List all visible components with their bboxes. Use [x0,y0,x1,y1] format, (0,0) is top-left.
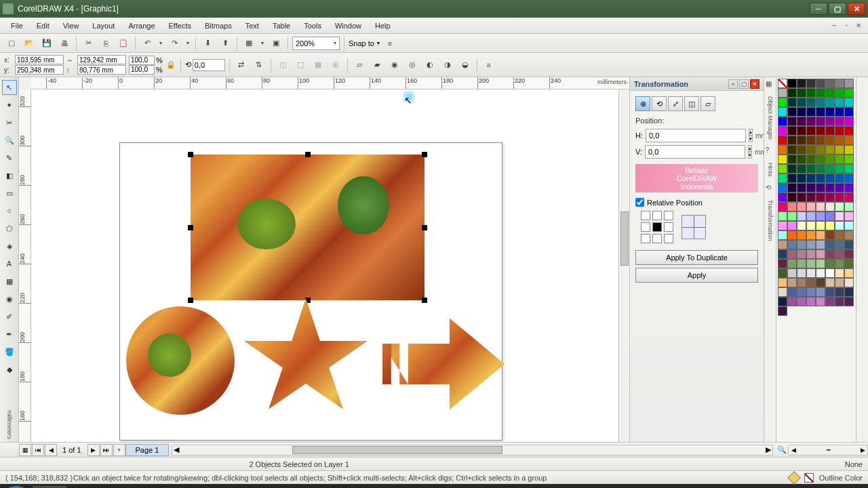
color-swatch[interactable] [778,88,787,98]
scale-y[interactable] [129,65,155,75]
color-swatch[interactable] [806,230,816,240]
color-swatch[interactable] [835,268,844,278]
zoom-tool-icon[interactable]: 🔍 [2,133,17,148]
color-swatch[interactable] [778,174,787,183]
color-swatch[interactable] [806,164,816,174]
color-swatch[interactable] [825,221,835,230]
color-swatch[interactable] [816,88,825,98]
color-swatch[interactable] [778,98,787,107]
color-swatch[interactable] [806,174,816,183]
save-icon[interactable]: 💾 [39,36,54,51]
color-swatch[interactable] [797,117,806,126]
color-swatch[interactable] [787,278,797,287]
palette-scrollbar[interactable] [856,77,868,442]
apply-duplicate-button[interactable]: Apply To Duplicate [635,250,758,265]
color-swatch[interactable] [825,145,835,155]
hints-icon[interactable]: ? [766,146,775,156]
color-swatch[interactable] [844,192,854,202]
color-swatch[interactable] [835,145,844,155]
rotation-angle[interactable] [193,59,225,71]
color-swatch[interactable] [778,287,787,297]
color-swatch[interactable] [835,287,844,297]
color-swatch[interactable] [806,126,816,136]
selection-handle[interactable] [305,152,311,157]
selection-handle[interactable] [422,225,427,230]
color-swatch[interactable] [778,240,787,249]
docker-close-icon[interactable]: ✕ [750,79,760,89]
pos-x[interactable]: 103,595 mm [15,55,64,64]
import-icon[interactable]: ⬇ [200,36,215,51]
snap-dropdown-icon[interactable]: ▾ [377,40,380,46]
open-icon[interactable]: 📂 [22,36,37,51]
color-swatch[interactable] [835,88,844,98]
color-swatch[interactable] [844,126,854,136]
color-swatch[interactable] [806,79,816,88]
color-swatch[interactable] [797,174,806,183]
menu-edit[interactable]: Edit [30,20,56,32]
eyedropper-icon[interactable]: ✐ [2,309,17,324]
color-swatch[interactable] [844,211,854,221]
color-swatch[interactable] [787,230,797,240]
mdi-restore-icon[interactable]: ▫ [841,21,852,30]
color-swatch[interactable] [835,107,844,117]
color-swatch[interactable] [787,211,797,221]
transformation-icon[interactable]: ⟲ [766,184,775,193]
position-h-input[interactable] [646,129,746,142]
front-minus-icon[interactable]: ◒ [458,58,473,73]
copy-icon[interactable]: ⎘ [98,36,113,51]
color-swatch[interactable] [797,107,806,117]
color-swatch[interactable] [816,136,825,145]
welcome-icon[interactable]: ▣ [269,36,283,51]
rectangle-tool-icon[interactable]: ▭ [2,186,17,201]
color-swatch[interactable] [816,230,825,240]
position-v-input[interactable] [645,145,745,159]
size-h[interactable]: 80,776 mm [77,65,126,75]
interactive-fill-icon[interactable]: ◆ [2,362,17,377]
color-swatch[interactable] [797,145,806,155]
color-swatch[interactable] [778,183,787,192]
color-swatch[interactable] [835,230,844,240]
color-swatch[interactable] [825,287,835,297]
color-swatch[interactable] [816,278,825,287]
break-icon[interactable]: ⊞ [328,58,343,73]
undo-dropdown-icon[interactable]: ▾ [157,36,164,51]
color-swatch[interactable] [787,268,797,278]
scale-tab-icon[interactable]: ⤢ [668,96,683,111]
snap-to-label[interactable]: Snap to [349,39,374,47]
tab-hints[interactable]: Hints [767,160,774,180]
close-button[interactable]: ✕ [848,3,865,15]
color-swatch[interactable] [797,164,806,174]
color-swatch[interactable] [797,136,806,145]
color-swatch[interactable] [825,98,835,107]
color-swatch[interactable] [835,174,844,183]
color-swatch[interactable] [787,155,797,164]
combine-icon[interactable]: ⬚ [293,58,308,73]
zoom-fit-icon[interactable]: 🔍 [776,444,788,456]
color-swatch[interactable] [825,88,835,98]
color-swatch[interactable] [844,136,854,145]
color-swatch[interactable] [844,183,854,192]
color-swatch[interactable] [844,174,854,183]
color-swatch[interactable] [806,278,816,287]
color-swatch[interactable] [806,202,816,211]
color-swatch[interactable] [844,249,854,259]
to-front-icon[interactable]: ▱ [352,58,367,73]
spin-down-icon[interactable]: ▾ [749,136,753,142]
redo-icon[interactable]: ↷ [167,36,182,51]
color-swatch[interactable] [806,240,816,249]
crop-tool-icon[interactable]: ✂ [2,115,17,130]
options-icon[interactable]: ≡ [382,36,397,51]
color-swatch[interactable] [844,268,854,278]
color-swatch[interactable] [778,164,787,174]
outline-indicator-icon[interactable] [787,471,801,485]
color-swatch[interactable] [835,278,844,287]
color-swatch[interactable] [787,174,797,183]
image-rectangle[interactable] [191,155,425,300]
freehand-tool-icon[interactable]: ✎ [2,150,17,165]
color-swatch[interactable] [844,155,854,164]
prev-page-icon[interactable]: ◀ [45,444,57,456]
color-swatch[interactable] [797,240,806,249]
last-page-icon[interactable]: ⏭ [100,444,113,456]
maximize-button[interactable]: ▢ [829,3,846,15]
color-swatch[interactable] [825,259,835,268]
